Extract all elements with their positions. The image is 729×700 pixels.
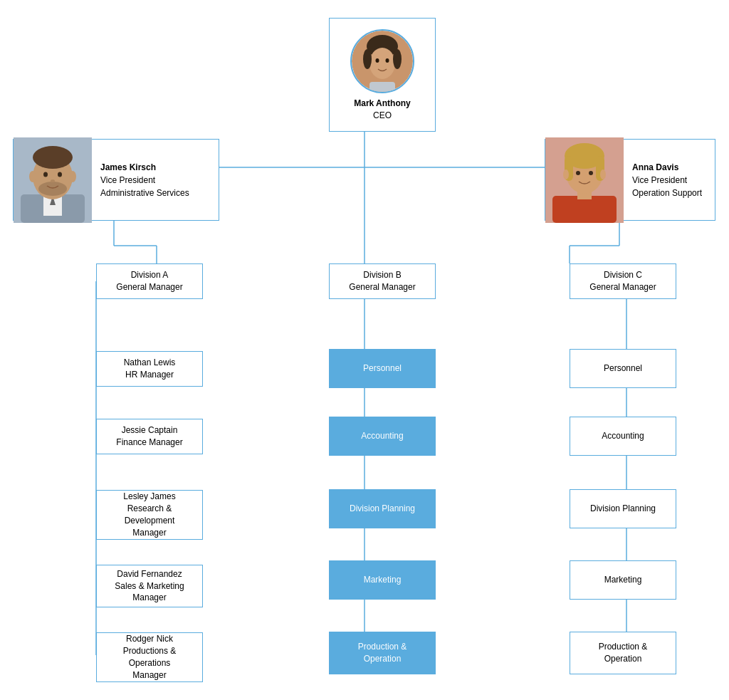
vp-right-photo (545, 137, 624, 223)
svg-point-59 (589, 171, 593, 175)
rodger-nick-node: Rodger NickProductions &OperationsManage… (96, 632, 203, 682)
vp-left-node: James Kirsch Vice President Administrati… (13, 139, 219, 221)
vp-right-node: Anna Davis Vice President Operation Supp… (545, 139, 715, 221)
vp-right-info: Anna Davis Vice President Operation Supp… (624, 155, 715, 205)
vp-left-info: James Kirsch Vice President Administrati… (92, 155, 219, 205)
division-c-accounting: Accounting (570, 417, 676, 456)
svg-point-34 (376, 58, 379, 63)
svg-point-47 (58, 172, 62, 177)
svg-point-48 (51, 179, 55, 182)
nathan-lewis-node: Nathan LewisHR Manager (96, 351, 203, 387)
svg-point-44 (33, 146, 73, 169)
vp-left-photo (14, 137, 92, 223)
svg-point-33 (369, 48, 395, 79)
ceo-text: Mark Anthony CEO (354, 98, 411, 122)
division-b-marketing: Marketing (329, 560, 436, 600)
svg-point-45 (38, 182, 67, 196)
svg-point-61 (600, 169, 606, 179)
svg-rect-52 (552, 196, 617, 223)
division-b-accounting: Accounting (329, 417, 436, 456)
jessie-captain-node: Jessie CaptainFinance Manager (96, 419, 203, 454)
division-b-planning: Division Planning (329, 489, 436, 528)
david-fernandez-node: David FernandezSales & MarketingManager (96, 565, 203, 607)
division-b-production: Production &Operation (329, 632, 436, 674)
division-a-gm: Division AGeneral Manager (96, 263, 203, 299)
svg-point-60 (563, 169, 569, 179)
svg-point-50 (69, 171, 76, 182)
svg-rect-36 (369, 82, 395, 92)
lesley-james-node: Lesley JamesResearch &DevelopmentManager (96, 490, 203, 540)
svg-point-38 (393, 49, 402, 69)
ceo-node: Mark Anthony CEO (329, 18, 436, 132)
division-c-production: Production &Operation (570, 632, 676, 674)
svg-point-46 (43, 172, 48, 177)
division-b-personnel: Personnel (329, 349, 436, 388)
svg-point-58 (576, 171, 580, 175)
svg-point-49 (29, 171, 36, 182)
division-c-planning: Division Planning (570, 489, 676, 528)
division-c-marketing: Marketing (570, 560, 676, 600)
division-c-gm: Division CGeneral Manager (570, 263, 676, 299)
division-b-gm: Division BGeneral Manager (329, 263, 436, 299)
svg-point-35 (386, 58, 389, 63)
ceo-photo (350, 29, 414, 93)
svg-point-37 (363, 49, 372, 69)
division-c-personnel: Personnel (570, 349, 676, 388)
